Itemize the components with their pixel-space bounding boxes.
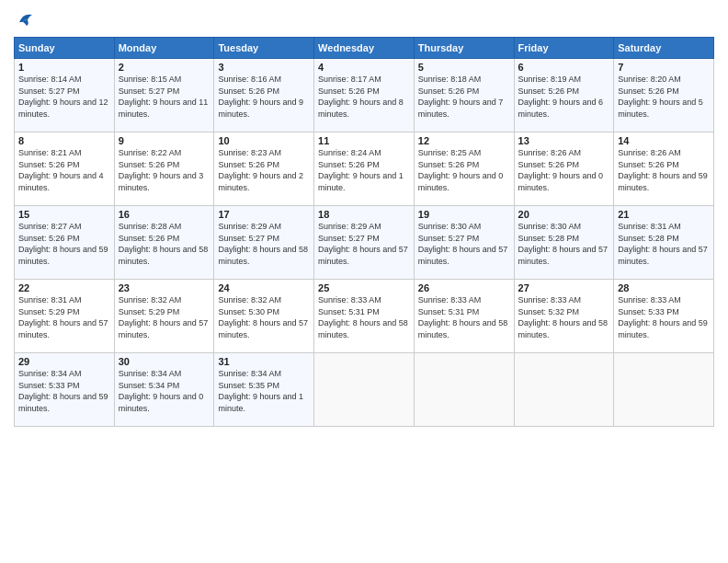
day-number: 13 bbox=[518, 135, 610, 146]
day-number: 16 bbox=[119, 209, 210, 220]
day-detail: Sunrise: 8:31 AMSunset: 5:28 PMDaylight:… bbox=[618, 222, 708, 266]
day-detail: Sunrise: 8:33 AMSunset: 5:33 PMDaylight:… bbox=[618, 295, 708, 339]
day-cell: 12Sunrise: 8:25 AMSunset: 5:26 PMDayligh… bbox=[414, 132, 514, 206]
day-cell: 24Sunrise: 8:32 AMSunset: 5:30 PMDayligh… bbox=[214, 280, 314, 353]
logo-bird-icon bbox=[16, 9, 36, 29]
week-row-5: 29Sunrise: 8:34 AMSunset: 5:33 PMDayligh… bbox=[15, 353, 714, 427]
day-cell: 28Sunrise: 8:33 AMSunset: 5:33 PMDayligh… bbox=[614, 280, 714, 353]
day-number: 20 bbox=[518, 209, 610, 220]
day-number: 17 bbox=[218, 209, 310, 220]
day-detail: Sunrise: 8:33 AMSunset: 5:31 PMDaylight:… bbox=[318, 295, 408, 339]
day-detail: Sunrise: 8:29 AMSunset: 5:27 PMDaylight:… bbox=[318, 222, 408, 266]
day-cell: 8Sunrise: 8:21 AMSunset: 5:26 PMDaylight… bbox=[15, 132, 115, 206]
day-detail: Sunrise: 8:21 AMSunset: 5:26 PMDaylight:… bbox=[18, 148, 104, 192]
day-detail: Sunrise: 8:30 AMSunset: 5:28 PMDaylight:… bbox=[518, 222, 609, 266]
column-header-thursday: Thursday bbox=[414, 38, 514, 59]
day-cell: 17Sunrise: 8:29 AMSunset: 5:27 PMDayligh… bbox=[214, 206, 314, 280]
day-cell bbox=[414, 353, 514, 427]
day-cell bbox=[614, 353, 714, 427]
day-number: 3 bbox=[218, 62, 310, 73]
day-detail: Sunrise: 8:22 AMSunset: 5:26 PMDaylight:… bbox=[119, 148, 204, 192]
calendar-table: SundayMondayTuesdayWednesdayThursdayFrid… bbox=[14, 37, 714, 427]
day-cell: 6Sunrise: 8:19 AMSunset: 5:26 PMDaylight… bbox=[514, 59, 614, 132]
day-cell bbox=[314, 353, 415, 427]
day-detail: Sunrise: 8:26 AMSunset: 5:26 PMDaylight:… bbox=[618, 148, 708, 192]
day-cell: 16Sunrise: 8:28 AMSunset: 5:26 PMDayligh… bbox=[114, 206, 214, 280]
week-row-2: 8Sunrise: 8:21 AMSunset: 5:26 PMDaylight… bbox=[15, 132, 714, 206]
day-number: 30 bbox=[119, 356, 210, 367]
day-number: 18 bbox=[318, 209, 410, 220]
day-detail: Sunrise: 8:32 AMSunset: 5:29 PMDaylight:… bbox=[119, 295, 209, 339]
logo bbox=[14, 9, 36, 29]
day-number: 31 bbox=[218, 356, 310, 367]
day-number: 26 bbox=[418, 282, 510, 293]
day-number: 7 bbox=[618, 62, 710, 73]
day-cell: 7Sunrise: 8:20 AMSunset: 5:26 PMDaylight… bbox=[614, 59, 714, 132]
column-header-saturday: Saturday bbox=[614, 38, 714, 59]
day-cell: 1Sunrise: 8:14 AMSunset: 5:27 PMDaylight… bbox=[15, 59, 115, 132]
day-detail: Sunrise: 8:34 AMSunset: 5:35 PMDaylight:… bbox=[218, 369, 303, 413]
day-number: 22 bbox=[18, 282, 110, 293]
day-cell: 29Sunrise: 8:34 AMSunset: 5:33 PMDayligh… bbox=[15, 353, 115, 427]
day-detail: Sunrise: 8:18 AMSunset: 5:26 PMDaylight:… bbox=[418, 75, 504, 119]
day-cell: 19Sunrise: 8:30 AMSunset: 5:27 PMDayligh… bbox=[414, 206, 514, 280]
day-number: 28 bbox=[618, 282, 710, 293]
day-cell: 13Sunrise: 8:26 AMSunset: 5:26 PMDayligh… bbox=[514, 132, 614, 206]
calendar-body: 1Sunrise: 8:14 AMSunset: 5:27 PMDaylight… bbox=[15, 59, 714, 427]
day-of-week-row: SundayMondayTuesdayWednesdayThursdayFrid… bbox=[15, 38, 714, 59]
day-number: 23 bbox=[119, 282, 210, 293]
day-number: 1 bbox=[18, 62, 110, 73]
day-cell: 15Sunrise: 8:27 AMSunset: 5:26 PMDayligh… bbox=[15, 206, 115, 280]
header bbox=[14, 9, 714, 29]
day-number: 8 bbox=[18, 135, 110, 146]
day-cell: 14Sunrise: 8:26 AMSunset: 5:26 PMDayligh… bbox=[614, 132, 714, 206]
day-detail: Sunrise: 8:34 AMSunset: 5:33 PMDaylight:… bbox=[18, 369, 108, 413]
day-detail: Sunrise: 8:14 AMSunset: 5:27 PMDaylight:… bbox=[18, 75, 108, 119]
column-header-monday: Monday bbox=[114, 38, 214, 59]
day-cell: 21Sunrise: 8:31 AMSunset: 5:28 PMDayligh… bbox=[614, 206, 714, 280]
day-detail: Sunrise: 8:29 AMSunset: 5:27 PMDaylight:… bbox=[218, 222, 308, 266]
day-cell: 2Sunrise: 8:15 AMSunset: 5:27 PMDaylight… bbox=[114, 59, 214, 132]
day-number: 21 bbox=[618, 209, 710, 220]
day-cell: 11Sunrise: 8:24 AMSunset: 5:26 PMDayligh… bbox=[314, 132, 415, 206]
day-detail: Sunrise: 8:20 AMSunset: 5:26 PMDaylight:… bbox=[618, 75, 703, 119]
day-detail: Sunrise: 8:34 AMSunset: 5:34 PMDaylight:… bbox=[119, 369, 204, 413]
day-number: 2 bbox=[119, 62, 210, 73]
day-detail: Sunrise: 8:28 AMSunset: 5:26 PMDaylight:… bbox=[119, 222, 209, 266]
day-detail: Sunrise: 8:33 AMSunset: 5:31 PMDaylight:… bbox=[418, 295, 508, 339]
day-number: 10 bbox=[218, 135, 310, 146]
day-cell: 20Sunrise: 8:30 AMSunset: 5:28 PMDayligh… bbox=[514, 206, 614, 280]
day-number: 27 bbox=[518, 282, 610, 293]
day-number: 9 bbox=[119, 135, 210, 146]
day-number: 12 bbox=[418, 135, 510, 146]
day-number: 6 bbox=[518, 62, 610, 73]
day-detail: Sunrise: 8:15 AMSunset: 5:27 PMDaylight:… bbox=[119, 75, 209, 119]
day-detail: Sunrise: 8:17 AMSunset: 5:26 PMDaylight:… bbox=[318, 75, 404, 119]
day-cell: 18Sunrise: 8:29 AMSunset: 5:27 PMDayligh… bbox=[314, 206, 415, 280]
day-detail: Sunrise: 8:30 AMSunset: 5:27 PMDaylight:… bbox=[418, 222, 508, 266]
day-detail: Sunrise: 8:23 AMSunset: 5:26 PMDaylight:… bbox=[218, 148, 303, 192]
week-row-3: 15Sunrise: 8:27 AMSunset: 5:26 PMDayligh… bbox=[15, 206, 714, 280]
day-number: 24 bbox=[218, 282, 310, 293]
day-cell: 31Sunrise: 8:34 AMSunset: 5:35 PMDayligh… bbox=[214, 353, 314, 427]
day-cell: 27Sunrise: 8:33 AMSunset: 5:32 PMDayligh… bbox=[514, 280, 614, 353]
column-header-sunday: Sunday bbox=[15, 38, 115, 59]
day-cell: 5Sunrise: 8:18 AMSunset: 5:26 PMDaylight… bbox=[414, 59, 514, 132]
day-number: 14 bbox=[618, 135, 710, 146]
day-cell bbox=[514, 353, 614, 427]
day-detail: Sunrise: 8:25 AMSunset: 5:26 PMDaylight:… bbox=[418, 148, 504, 192]
day-detail: Sunrise: 8:19 AMSunset: 5:26 PMDaylight:… bbox=[518, 75, 604, 119]
day-detail: Sunrise: 8:16 AMSunset: 5:26 PMDaylight:… bbox=[218, 75, 303, 119]
day-number: 19 bbox=[418, 209, 510, 220]
day-detail: Sunrise: 8:26 AMSunset: 5:26 PMDaylight:… bbox=[518, 148, 604, 192]
day-detail: Sunrise: 8:27 AMSunset: 5:26 PMDaylight:… bbox=[18, 222, 108, 266]
day-number: 25 bbox=[318, 282, 410, 293]
day-cell: 10Sunrise: 8:23 AMSunset: 5:26 PMDayligh… bbox=[214, 132, 314, 206]
day-cell: 25Sunrise: 8:33 AMSunset: 5:31 PMDayligh… bbox=[314, 280, 415, 353]
day-number: 4 bbox=[318, 62, 410, 73]
day-cell: 23Sunrise: 8:32 AMSunset: 5:29 PMDayligh… bbox=[114, 280, 214, 353]
week-row-4: 22Sunrise: 8:31 AMSunset: 5:29 PMDayligh… bbox=[15, 280, 714, 353]
calendar-container: SundayMondayTuesdayWednesdayThursdayFrid… bbox=[0, 0, 728, 436]
day-detail: Sunrise: 8:24 AMSunset: 5:26 PMDaylight:… bbox=[318, 148, 404, 192]
column-header-friday: Friday bbox=[514, 38, 614, 59]
